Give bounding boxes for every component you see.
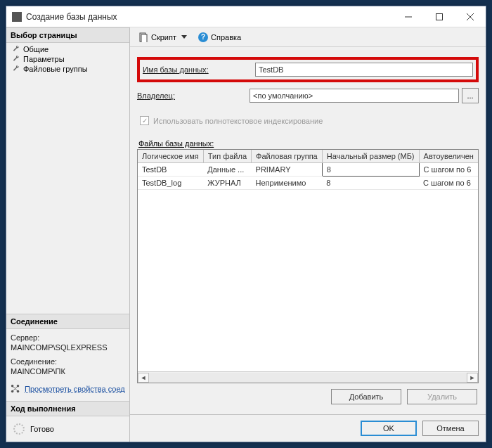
window-controls <box>393 6 486 27</box>
db-name-input[interactable] <box>255 63 473 77</box>
files-grid[interactable]: Логическое имя Тип файла Файловая группа… <box>137 149 479 383</box>
cell-initial-size[interactable]: 8 <box>322 177 419 190</box>
grid-row[interactable]: TestDB_log ЖУРНАЛ Неприменимо 8 С шагом … <box>138 177 478 190</box>
script-label: Скрипт <box>151 33 176 41</box>
files-label: Файлы базы данных: <box>138 139 479 148</box>
page-label: Общие <box>23 45 48 53</box>
help-label: Справка <box>211 33 241 41</box>
script-dropdown[interactable]: Скрипт <box>134 31 191 44</box>
cell-filegroup[interactable]: PRIMARY <box>252 163 323 177</box>
page-filegroups[interactable]: Файловые группы <box>6 64 129 74</box>
toolbar: Скрипт ? Справка <box>130 27 486 47</box>
grid-header-row: Логическое имя Тип файла Файловая группа… <box>138 150 478 163</box>
scrollbar-right-button[interactable]: ► <box>467 373 478 383</box>
col-initial-size[interactable]: Начальный размер (МБ) <box>322 150 419 163</box>
cell-filegroup[interactable]: Неприменимо <box>252 177 323 190</box>
owner-label: Владелец: <box>137 91 250 100</box>
scrollbar-left-button[interactable]: ◄ <box>138 373 149 383</box>
page-general[interactable]: Общие <box>6 44 129 54</box>
connection-block: Сервер: MAINCOMP\SQLEXPRESS Соединение: … <box>6 329 129 401</box>
cell-logical-name[interactable]: TestDB_log <box>138 177 203 190</box>
progress-row: Готово <box>6 416 129 442</box>
maximize-button[interactable] <box>424 6 455 27</box>
cell-file-type[interactable]: ЖУРНАЛ <box>203 177 251 190</box>
progress-status: Готово <box>30 425 54 433</box>
connection-header: Соединение <box>6 314 129 329</box>
help-icon: ? <box>198 32 208 42</box>
fulltext-label: Использовать полнотекстовое индексирован… <box>153 117 323 125</box>
main-pane: Скрипт ? Справка Имя базы данных: Владел… <box>130 27 486 442</box>
db-name-label: Имя базы данных: <box>143 65 255 74</box>
cell-logical-name[interactable]: TestDB <box>138 163 203 177</box>
grid-row[interactable]: TestDB Данные ... PRIMARY 8 С шагом по 6 <box>138 163 478 177</box>
page-options[interactable]: Параметры <box>6 54 129 64</box>
remove-button[interactable]: Удалить <box>407 389 477 404</box>
dropdown-icon <box>181 35 187 39</box>
view-connection-properties-link[interactable]: Просмотреть свойства соед <box>25 385 125 393</box>
cell-initial-size[interactable]: 8 <box>322 163 419 177</box>
server-label: Сервер: <box>11 333 125 342</box>
wrench-icon <box>12 55 20 63</box>
owner-browse-button[interactable]: ... <box>462 88 479 103</box>
script-icon <box>138 32 148 42</box>
titlebar: Создание базы данных <box>6 6 486 27</box>
db-name-highlight: Имя базы данных: <box>137 57 479 82</box>
dialog-footer: OK Отмена <box>130 414 486 442</box>
progress-header: Ход выполнения <box>6 401 129 416</box>
close-button[interactable] <box>455 6 486 27</box>
page-select-header: Выбор страницы <box>6 27 129 43</box>
owner-input[interactable]: <по умолчанию> <box>250 89 459 103</box>
col-filegroup[interactable]: Файловая группа <box>252 150 323 163</box>
cell-file-type[interactable]: Данные ... <box>203 163 251 177</box>
cell-autogrow[interactable]: С шагом по 6 <box>419 163 478 177</box>
server-value: MAINCOMP\SQLEXPRESS <box>11 343 125 352</box>
svg-rect-11 <box>141 34 147 42</box>
col-file-type[interactable]: Тип файла <box>203 150 251 163</box>
page-label: Файловые группы <box>23 65 88 73</box>
ok-button[interactable]: OK <box>361 421 417 436</box>
fulltext-checkbox: ✓ <box>140 116 149 125</box>
minimize-button[interactable] <box>393 6 424 27</box>
help-button[interactable]: ? Справка <box>194 31 245 44</box>
window-title: Создание базы данных <box>26 12 393 22</box>
grid-scrollbar-horizontal[interactable]: ◄ ► <box>138 371 478 383</box>
spinner-icon <box>13 423 25 435</box>
add-button[interactable]: Добавить <box>331 389 401 404</box>
fulltext-checkbox-row: ✓ Использовать полнотекстовое индексиров… <box>140 116 479 125</box>
connection-label: Соединение: <box>11 357 125 366</box>
scrollbar-track[interactable] <box>149 373 467 383</box>
wrench-icon <box>12 65 20 73</box>
app-icon <box>12 12 22 22</box>
cancel-button[interactable]: Отмена <box>422 421 479 436</box>
connection-value: MAINCOMP\ПК <box>11 367 125 376</box>
col-logical-name[interactable]: Логическое имя <box>138 150 203 163</box>
wrench-icon <box>12 45 20 53</box>
new-database-dialog: Создание базы данных Выбор страницы Общи… <box>6 6 486 442</box>
sidebar: Выбор страницы Общие Параметры Файловые … <box>6 27 130 442</box>
page-label: Параметры <box>23 55 65 63</box>
cell-autogrow[interactable]: С шагом по 6 <box>419 177 478 190</box>
node-icon <box>11 384 20 394</box>
svg-rect-1 <box>436 13 443 20</box>
col-autogrow[interactable]: Автоувеличен <box>419 150 478 163</box>
